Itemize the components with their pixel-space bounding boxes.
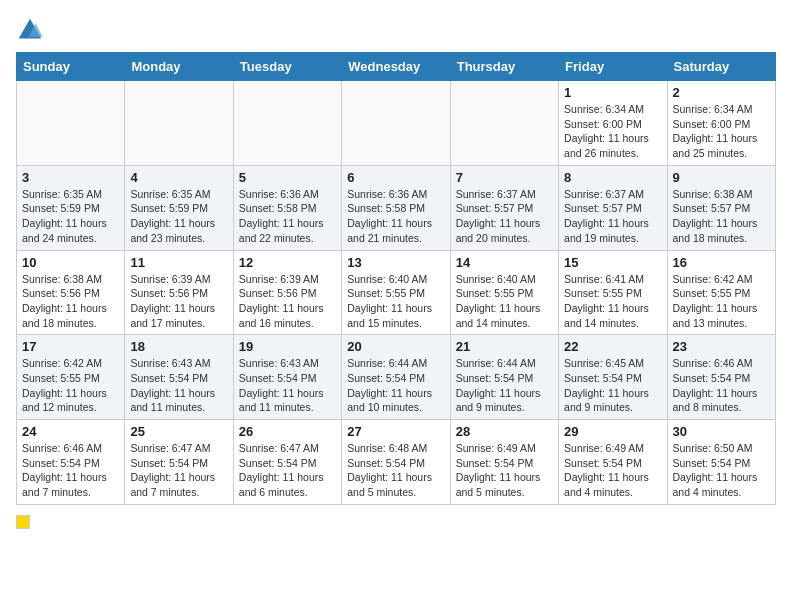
calendar-cell: 16Sunrise: 6:42 AM Sunset: 5:55 PM Dayli… — [667, 250, 775, 335]
day-info: Sunrise: 6:44 AM Sunset: 5:54 PM Dayligh… — [456, 356, 553, 415]
calendar-cell: 13Sunrise: 6:40 AM Sunset: 5:55 PM Dayli… — [342, 250, 450, 335]
calendar-cell — [342, 81, 450, 166]
calendar-cell: 24Sunrise: 6:46 AM Sunset: 5:54 PM Dayli… — [17, 420, 125, 505]
day-header-wednesday: Wednesday — [342, 53, 450, 81]
calendar-cell: 6Sunrise: 6:36 AM Sunset: 5:58 PM Daylig… — [342, 165, 450, 250]
calendar-cell: 15Sunrise: 6:41 AM Sunset: 5:55 PM Dayli… — [559, 250, 667, 335]
calendar-cell: 3Sunrise: 6:35 AM Sunset: 5:59 PM Daylig… — [17, 165, 125, 250]
day-info: Sunrise: 6:38 AM Sunset: 5:57 PM Dayligh… — [673, 187, 770, 246]
day-header-sunday: Sunday — [17, 53, 125, 81]
calendar-header: SundayMondayTuesdayWednesdayThursdayFrid… — [17, 53, 776, 81]
legend-box — [16, 515, 30, 529]
day-number: 19 — [239, 339, 336, 354]
calendar-cell: 14Sunrise: 6:40 AM Sunset: 5:55 PM Dayli… — [450, 250, 558, 335]
day-header-friday: Friday — [559, 53, 667, 81]
calendar-cell: 9Sunrise: 6:38 AM Sunset: 5:57 PM Daylig… — [667, 165, 775, 250]
footer-legend — [16, 515, 776, 529]
day-number: 2 — [673, 85, 770, 100]
day-number: 13 — [347, 255, 444, 270]
calendar-cell: 17Sunrise: 6:42 AM Sunset: 5:55 PM Dayli… — [17, 335, 125, 420]
day-header-thursday: Thursday — [450, 53, 558, 81]
day-info: Sunrise: 6:46 AM Sunset: 5:54 PM Dayligh… — [22, 441, 119, 500]
calendar-cell: 21Sunrise: 6:44 AM Sunset: 5:54 PM Dayli… — [450, 335, 558, 420]
calendar-cell: 10Sunrise: 6:38 AM Sunset: 5:56 PM Dayli… — [17, 250, 125, 335]
day-header-tuesday: Tuesday — [233, 53, 341, 81]
day-info: Sunrise: 6:47 AM Sunset: 5:54 PM Dayligh… — [239, 441, 336, 500]
day-info: Sunrise: 6:48 AM Sunset: 5:54 PM Dayligh… — [347, 441, 444, 500]
day-info: Sunrise: 6:34 AM Sunset: 6:00 PM Dayligh… — [673, 102, 770, 161]
logo — [16, 16, 48, 44]
day-info: Sunrise: 6:43 AM Sunset: 5:54 PM Dayligh… — [130, 356, 227, 415]
day-number: 18 — [130, 339, 227, 354]
day-info: Sunrise: 6:40 AM Sunset: 5:55 PM Dayligh… — [347, 272, 444, 331]
calendar-cell — [17, 81, 125, 166]
day-number: 1 — [564, 85, 661, 100]
day-info: Sunrise: 6:45 AM Sunset: 5:54 PM Dayligh… — [564, 356, 661, 415]
day-info: Sunrise: 6:50 AM Sunset: 5:54 PM Dayligh… — [673, 441, 770, 500]
calendar-cell: 28Sunrise: 6:49 AM Sunset: 5:54 PM Dayli… — [450, 420, 558, 505]
calendar-cell: 5Sunrise: 6:36 AM Sunset: 5:58 PM Daylig… — [233, 165, 341, 250]
calendar-cell: 20Sunrise: 6:44 AM Sunset: 5:54 PM Dayli… — [342, 335, 450, 420]
calendar-table: SundayMondayTuesdayWednesdayThursdayFrid… — [16, 52, 776, 505]
calendar-cell: 30Sunrise: 6:50 AM Sunset: 5:54 PM Dayli… — [667, 420, 775, 505]
day-info: Sunrise: 6:37 AM Sunset: 5:57 PM Dayligh… — [456, 187, 553, 246]
calendar-cell: 18Sunrise: 6:43 AM Sunset: 5:54 PM Dayli… — [125, 335, 233, 420]
page-header — [16, 16, 776, 44]
day-number: 30 — [673, 424, 770, 439]
calendar-cell — [125, 81, 233, 166]
calendar-cell: 23Sunrise: 6:46 AM Sunset: 5:54 PM Dayli… — [667, 335, 775, 420]
day-info: Sunrise: 6:36 AM Sunset: 5:58 PM Dayligh… — [347, 187, 444, 246]
day-info: Sunrise: 6:47 AM Sunset: 5:54 PM Dayligh… — [130, 441, 227, 500]
day-number: 5 — [239, 170, 336, 185]
day-header-saturday: Saturday — [667, 53, 775, 81]
day-number: 8 — [564, 170, 661, 185]
day-number: 27 — [347, 424, 444, 439]
day-info: Sunrise: 6:43 AM Sunset: 5:54 PM Dayligh… — [239, 356, 336, 415]
day-info: Sunrise: 6:44 AM Sunset: 5:54 PM Dayligh… — [347, 356, 444, 415]
day-number: 11 — [130, 255, 227, 270]
day-info: Sunrise: 6:42 AM Sunset: 5:55 PM Dayligh… — [22, 356, 119, 415]
day-number: 22 — [564, 339, 661, 354]
day-number: 17 — [22, 339, 119, 354]
calendar-week-row: 1Sunrise: 6:34 AM Sunset: 6:00 PM Daylig… — [17, 81, 776, 166]
calendar-cell: 12Sunrise: 6:39 AM Sunset: 5:56 PM Dayli… — [233, 250, 341, 335]
calendar-cell: 8Sunrise: 6:37 AM Sunset: 5:57 PM Daylig… — [559, 165, 667, 250]
day-number: 6 — [347, 170, 444, 185]
day-info: Sunrise: 6:35 AM Sunset: 5:59 PM Dayligh… — [130, 187, 227, 246]
calendar-body: 1Sunrise: 6:34 AM Sunset: 6:00 PM Daylig… — [17, 81, 776, 505]
calendar-cell: 19Sunrise: 6:43 AM Sunset: 5:54 PM Dayli… — [233, 335, 341, 420]
day-header-monday: Monday — [125, 53, 233, 81]
day-info: Sunrise: 6:40 AM Sunset: 5:55 PM Dayligh… — [456, 272, 553, 331]
calendar-week-row: 24Sunrise: 6:46 AM Sunset: 5:54 PM Dayli… — [17, 420, 776, 505]
day-number: 28 — [456, 424, 553, 439]
day-number: 15 — [564, 255, 661, 270]
day-info: Sunrise: 6:39 AM Sunset: 5:56 PM Dayligh… — [130, 272, 227, 331]
day-number: 14 — [456, 255, 553, 270]
calendar-cell — [233, 81, 341, 166]
calendar-cell: 11Sunrise: 6:39 AM Sunset: 5:56 PM Dayli… — [125, 250, 233, 335]
day-info: Sunrise: 6:34 AM Sunset: 6:00 PM Dayligh… — [564, 102, 661, 161]
day-info: Sunrise: 6:36 AM Sunset: 5:58 PM Dayligh… — [239, 187, 336, 246]
day-headers-row: SundayMondayTuesdayWednesdayThursdayFrid… — [17, 53, 776, 81]
calendar-cell: 25Sunrise: 6:47 AM Sunset: 5:54 PM Dayli… — [125, 420, 233, 505]
calendar-cell: 29Sunrise: 6:49 AM Sunset: 5:54 PM Dayli… — [559, 420, 667, 505]
calendar-cell: 4Sunrise: 6:35 AM Sunset: 5:59 PM Daylig… — [125, 165, 233, 250]
day-number: 21 — [456, 339, 553, 354]
calendar-week-row: 10Sunrise: 6:38 AM Sunset: 5:56 PM Dayli… — [17, 250, 776, 335]
day-number: 10 — [22, 255, 119, 270]
calendar-cell: 7Sunrise: 6:37 AM Sunset: 5:57 PM Daylig… — [450, 165, 558, 250]
calendar-week-row: 3Sunrise: 6:35 AM Sunset: 5:59 PM Daylig… — [17, 165, 776, 250]
day-number: 7 — [456, 170, 553, 185]
day-number: 3 — [22, 170, 119, 185]
calendar-cell: 27Sunrise: 6:48 AM Sunset: 5:54 PM Dayli… — [342, 420, 450, 505]
calendar-week-row: 17Sunrise: 6:42 AM Sunset: 5:55 PM Dayli… — [17, 335, 776, 420]
day-info: Sunrise: 6:49 AM Sunset: 5:54 PM Dayligh… — [456, 441, 553, 500]
day-number: 9 — [673, 170, 770, 185]
day-number: 26 — [239, 424, 336, 439]
day-info: Sunrise: 6:42 AM Sunset: 5:55 PM Dayligh… — [673, 272, 770, 331]
day-number: 29 — [564, 424, 661, 439]
day-number: 24 — [22, 424, 119, 439]
day-info: Sunrise: 6:38 AM Sunset: 5:56 PM Dayligh… — [22, 272, 119, 331]
day-number: 25 — [130, 424, 227, 439]
day-number: 4 — [130, 170, 227, 185]
